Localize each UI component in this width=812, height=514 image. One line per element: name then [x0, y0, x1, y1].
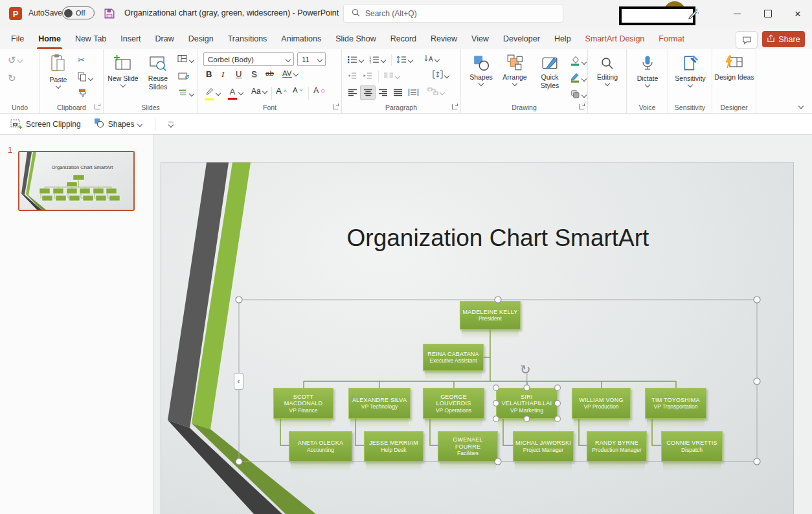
new-slide-button[interactable]: New Slide [106, 54, 140, 87]
align-center-button[interactable] [360, 85, 376, 100]
increase-indent-button[interactable] [363, 71, 372, 82]
arrange-button[interactable]: Arrange [499, 54, 531, 85]
quick-styles-button[interactable]: Quick Styles [532, 54, 567, 90]
org-node-scott-macdonald[interactable]: SCOTT MACDONALD VP Finance [273, 388, 333, 419]
strikethrough-button[interactable]: ab [265, 69, 274, 77]
maximize-button[interactable] [758, 4, 778, 23]
tab-developer[interactable]: Developer [496, 28, 547, 49]
shape-effects-button[interactable] [570, 89, 586, 102]
font-color-button[interactable]: A [228, 85, 243, 100]
columns-button[interactable] [383, 71, 400, 82]
org-node-jesse-merriam[interactable]: JESSE MERRIAM Help Desk [364, 431, 423, 462]
tab-format[interactable]: Format [651, 28, 692, 49]
minimize-button[interactable] [727, 4, 747, 23]
undo-button[interactable]: ↺ [8, 54, 22, 66]
increase-font-size-button[interactable]: A˄ [276, 86, 287, 96]
decrease-indent-button[interactable] [347, 71, 357, 82]
decrease-font-size-button[interactable]: A˅ [293, 86, 302, 94]
font-name-combo[interactable]: Corbel (Body) [203, 52, 294, 66]
section-button[interactable] [177, 88, 194, 100]
shape-fill-button[interactable] [570, 55, 586, 69]
shape-outline-button[interactable] [570, 72, 586, 85]
clear-formatting-button[interactable]: A◇ [313, 86, 325, 95]
tab-record[interactable]: Record [383, 28, 423, 49]
editing-button[interactable]: Editing [591, 56, 624, 85]
drawing-dialog-launcher[interactable] [579, 104, 584, 109]
text-direction-button[interactable]: A [423, 54, 439, 65]
tab-home[interactable]: Home [31, 28, 68, 49]
justify-button[interactable] [390, 86, 405, 99]
tab-animations[interactable]: Animations [274, 28, 328, 49]
tab-file[interactable]: File [4, 28, 31, 49]
org-node-siri-velauthapillai[interactable]: SIRI VELAUTHAPILLAI VP Marketing [496, 388, 558, 419]
format-painter-button[interactable] [78, 88, 87, 100]
clipboard-dialog-launcher[interactable] [95, 104, 100, 109]
align-right-button[interactable] [376, 86, 390, 99]
tab-draw[interactable]: Draw [148, 28, 181, 49]
org-node-randy-byrne[interactable]: RANDY BYRNE Production Manager [587, 431, 647, 462]
tab-design[interactable]: Design [181, 28, 221, 49]
comments-button[interactable] [736, 31, 758, 49]
layout-button[interactable] [177, 54, 194, 66]
org-node-aneta-olecka[interactable]: ANETA OLECKA Accounting [289, 431, 352, 462]
pen-sparkle-icon[interactable] [682, 4, 703, 23]
tab-transitions[interactable]: Transitions [221, 28, 275, 49]
save-icon[interactable] [104, 8, 115, 19]
tab-review[interactable]: Review [423, 28, 464, 49]
paste-button[interactable]: Paste [44, 53, 73, 88]
align-text-button[interactable] [433, 70, 449, 82]
search-input[interactable]: Search (Alt+Q) [343, 4, 563, 23]
numbering-button[interactable]: 123 [369, 54, 385, 66]
org-node-george-louverdis[interactable]: GEORGE LOUVERDIS VP Operations [423, 388, 484, 419]
text-highlight-button[interactable] [205, 86, 220, 100]
sensitivity-button[interactable]: Sensitivity [670, 54, 711, 87]
org-node-connie-vrettis[interactable]: CONNIE VRETTIS Dispatch [661, 431, 723, 462]
org-node-gwenael-fourre[interactable]: GWENAEL FOURRE Facilities [438, 431, 498, 462]
org-node-michal-jaworski[interactable]: MICHAL JAWORSKI Project Manager [513, 431, 574, 462]
tab-slide-show[interactable]: Slide Show [328, 28, 383, 49]
close-button[interactable]: × [787, 4, 808, 23]
tab-view[interactable]: View [464, 28, 496, 49]
org-node-william-vong[interactable]: WILLIAM VONG VP Production [572, 388, 631, 419]
tab-insert[interactable]: Insert [113, 28, 148, 49]
autosave-toggle[interactable]: Off [62, 6, 95, 19]
toolbar-overflow-button[interactable] [164, 120, 177, 129]
tab-help[interactable]: Help [547, 28, 578, 49]
underline-button[interactable]: U [236, 69, 242, 79]
org-node-reina-cabatana[interactable]: REINA CABATANA Executive Assistant [423, 344, 484, 371]
collapse-ribbon-icon[interactable] [798, 104, 804, 109]
reuse-slides-button[interactable]: Reuse Slides [141, 54, 175, 91]
org-node-alexandre-silva[interactable]: ALEXANDRE SILVA VP Technology [348, 388, 411, 419]
redo-button[interactable]: ↻ [8, 73, 16, 84]
org-node-madeleine-kelly[interactable]: MADELEINE KELLY President [460, 301, 521, 330]
reset-button[interactable]: ↺ [177, 71, 190, 83]
italic-button[interactable]: I [221, 69, 224, 80]
copy-button[interactable] [78, 72, 93, 84]
bullets-button[interactable] [347, 54, 363, 66]
screen-clipping-button[interactable]: Screen Clipping [6, 116, 85, 133]
bold-button[interactable]: B [206, 69, 212, 79]
tab-smartart-design[interactable]: SmartArt Design [578, 28, 652, 49]
line-spacing-button[interactable] [396, 54, 412, 66]
smartart-text-pane-toggle[interactable]: ‹ [234, 373, 243, 390]
paragraph-dialog-launcher[interactable] [452, 104, 457, 109]
text-shadow-button[interactable]: S [251, 69, 257, 79]
powerpoint-app-icon[interactable]: P [9, 7, 22, 20]
tab-new-tab[interactable]: New Tab [68, 28, 113, 49]
slide-editing-surface[interactable]: Organization Chart SmartArt MADELEINE KE… [161, 162, 794, 514]
change-case-button[interactable]: Aa [251, 87, 267, 96]
dictate-button[interactable]: Dictate [631, 54, 664, 87]
align-left-button[interactable] [345, 86, 359, 99]
shapes-button[interactable]: Shapes [465, 54, 497, 85]
share-button[interactable]: Share [762, 31, 805, 47]
shapes-quick-button[interactable]: Shapes [90, 116, 146, 132]
slide-thumbnail-1[interactable]: Organization Chart SmartArt [18, 151, 135, 211]
cut-button[interactable]: ✂ [78, 55, 85, 65]
distribute-columns-button[interactable] [408, 87, 419, 99]
org-node-tim-toyoshima[interactable]: TIM TOYOSHIMA VP Transportation [645, 388, 706, 419]
design-ideas-button[interactable]: Design Ideas [714, 54, 755, 82]
font-size-combo[interactable]: 11 [297, 52, 326, 66]
font-dialog-launcher[interactable] [333, 104, 338, 109]
character-spacing-button[interactable]: AV [282, 69, 298, 78]
convert-to-smartart-button[interactable] [427, 87, 444, 98]
